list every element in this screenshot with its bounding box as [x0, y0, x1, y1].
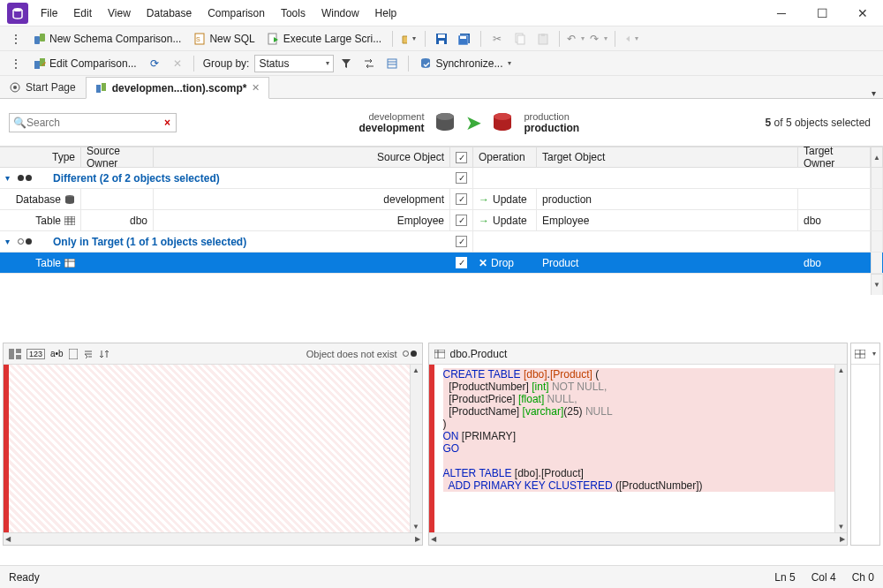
menu-help[interactable]: Help: [368, 4, 404, 23]
scroll-down-button[interactable]: ▼: [871, 274, 883, 295]
tab-close-icon[interactable]: ✕: [252, 82, 260, 94]
target-name: production: [524, 111, 579, 122]
refresh-button[interactable]: ⟳: [144, 54, 165, 73]
paste-button[interactable]: [532, 29, 554, 49]
status-bar: Ready Ln 5 Col 4 Ch 0: [0, 565, 883, 588]
tab-comparison-document[interactable]: developmen...tion).scomp* ✕: [86, 77, 270, 99]
col-source-object[interactable]: Source Object: [154, 147, 450, 167]
save-button[interactable]: [431, 29, 452, 49]
chevron-down-icon[interactable]: ▾: [5, 237, 10, 246]
source-diff-pane: 123 a•b Object does not exist ▲▼ ◀▶: [3, 343, 423, 546]
chevron-down-icon[interactable]: ▾: [872, 350, 876, 358]
grid-row[interactable]: Table dbo Employee ✓ →Update Employee db…: [0, 210, 883, 231]
diff-view-122-icon[interactable]: [9, 349, 21, 359]
save-all-button[interactable]: [454, 29, 475, 49]
navigate-back-button[interactable]: ▾: [621, 29, 642, 49]
grid-icon[interactable]: [855, 350, 865, 358]
svg-rect-18: [388, 59, 396, 68]
source-scrollbar-h[interactable]: ◀▶: [4, 532, 422, 545]
source-name: development: [358, 111, 424, 122]
source-scrollbar-v[interactable]: ▲▼: [410, 365, 422, 532]
group-row-different[interactable]: ▾ Different (2 of 2 objects selected) ✓: [0, 168, 883, 189]
group-by-select[interactable]: Status▾: [254, 55, 334, 72]
status-ready: Ready: [9, 571, 40, 584]
diff-overview-strip[interactable]: ▾: [850, 343, 880, 546]
col-type[interactable]: Type: [12, 147, 81, 167]
svg-rect-36: [64, 259, 75, 268]
col-source-owner[interactable]: Source Owner: [81, 147, 154, 167]
direction-arrow-icon: ➤: [466, 112, 481, 133]
table-icon: [434, 350, 445, 358]
tabs-dropdown[interactable]: ▾: [864, 88, 883, 98]
execute-large-script-button[interactable]: Execute Large Scri...: [262, 29, 387, 49]
col-checkbox[interactable]: ✓: [450, 147, 473, 167]
group-checkbox[interactable]: ✓: [456, 172, 467, 184]
scroll-up-button[interactable]: ▲: [871, 147, 883, 167]
svg-rect-43: [434, 350, 445, 358]
svg-rect-8: [439, 41, 444, 44]
grid-empty-row: ▼: [0, 274, 883, 295]
row-checkbox[interactable]: ✓: [456, 257, 467, 268]
svg-rect-31: [64, 216, 75, 225]
grid-header: Type Source Owner Source Object ✓ Operat…: [0, 147, 883, 168]
target-scrollbar-h[interactable]: ◀▶: [429, 532, 848, 545]
redo-button[interactable]: ↷▾: [588, 29, 609, 49]
cancel-button[interactable]: ✕: [167, 54, 188, 73]
toolbar-grip-icon: ⋮: [5, 54, 26, 73]
menu-comparison[interactable]: Comparison: [200, 4, 272, 23]
svg-point-0: [13, 8, 22, 11]
cut-button[interactable]: ✂: [487, 29, 508, 49]
search-input[interactable]: 🔍 ×: [9, 113, 177, 132]
status-char: Ch 0: [852, 571, 874, 584]
swap-button[interactable]: [358, 54, 380, 73]
new-schema-comparison-button[interactable]: New Schema Comparison...: [28, 29, 186, 49]
menu-database[interactable]: Database: [140, 4, 199, 23]
menu-bar: File Edit View Database Comparison Tools…: [34, 4, 761, 23]
toolbar-grip-icon: ⋮: [5, 29, 26, 49]
undo-button[interactable]: ↶▾: [565, 29, 586, 49]
filter-button[interactable]: [336, 54, 357, 73]
group-checkbox[interactable]: ✓: [456, 236, 467, 247]
menu-window[interactable]: Window: [314, 4, 366, 23]
col-operation[interactable]: Operation: [473, 147, 537, 167]
svg-rect-1: [34, 36, 40, 44]
status-line: Ln 5: [774, 571, 795, 584]
grid-options-button[interactable]: [381, 54, 403, 73]
diff-area: 123 a•b Object does not exist ▲▼ ◀▶ dbo.…: [0, 343, 883, 546]
menu-view[interactable]: View: [101, 4, 138, 23]
diff-sort-icon[interactable]: [99, 349, 109, 359]
grid-row-selected[interactable]: Table ✓ ✕Drop Product dbo: [0, 253, 883, 274]
open-button[interactable]: ▾: [398, 29, 419, 49]
grid-row[interactable]: Database development ✓ →Update productio…: [0, 189, 883, 210]
col-target-owner[interactable]: Target Owner: [798, 147, 871, 167]
svg-point-23: [13, 86, 17, 89]
diff-view-ab-icon[interactable]: a•b: [50, 349, 64, 358]
menu-edit[interactable]: Edit: [66, 4, 99, 23]
edit-comparison-button[interactable]: Edit Comparison...: [28, 54, 142, 73]
synchronize-button[interactable]: Synchronize...▾: [414, 54, 517, 73]
drop-icon: ✕: [479, 257, 487, 269]
close-button[interactable]: ✕: [842, 0, 883, 26]
menu-tools[interactable]: Tools: [274, 4, 313, 23]
maximize-button[interactable]: ☐: [802, 0, 842, 26]
target-scrollbar-v[interactable]: ▲▼: [834, 365, 847, 532]
target-sql-editor[interactable]: CREATE TABLE [dbo].[Product] ( [ProductN…: [429, 365, 848, 532]
group-row-only-target[interactable]: ▾ Only in Target (1 of 1 objects selecte…: [0, 231, 883, 253]
row-checkbox[interactable]: ✓: [456, 215, 467, 226]
diff-indent-icon[interactable]: [83, 350, 94, 358]
row-checkbox[interactable]: ✓: [456, 193, 467, 205]
source-label: development: [358, 122, 424, 134]
new-sql-button[interactable]: S New SQL: [188, 29, 260, 49]
title-bar: File Edit View Database Comparison Tools…: [0, 0, 883, 26]
clear-search-icon[interactable]: ×: [162, 117, 172, 129]
minimize-button[interactable]: ─: [761, 0, 802, 26]
menu-file[interactable]: File: [34, 4, 64, 23]
col-target-object[interactable]: Target Object: [537, 147, 798, 167]
chevron-down-icon[interactable]: ▾: [5, 173, 10, 183]
document-tabs: Start Page developmen...tion).scomp* ✕ ▾: [0, 76, 883, 99]
diff-view-123-icon[interactable]: 123: [26, 349, 45, 359]
app-icon: [7, 3, 28, 24]
copy-button[interactable]: [509, 29, 531, 49]
diff-view-doc-icon[interactable]: [69, 349, 78, 359]
tab-start-page[interactable]: Start Page: [0, 76, 86, 98]
